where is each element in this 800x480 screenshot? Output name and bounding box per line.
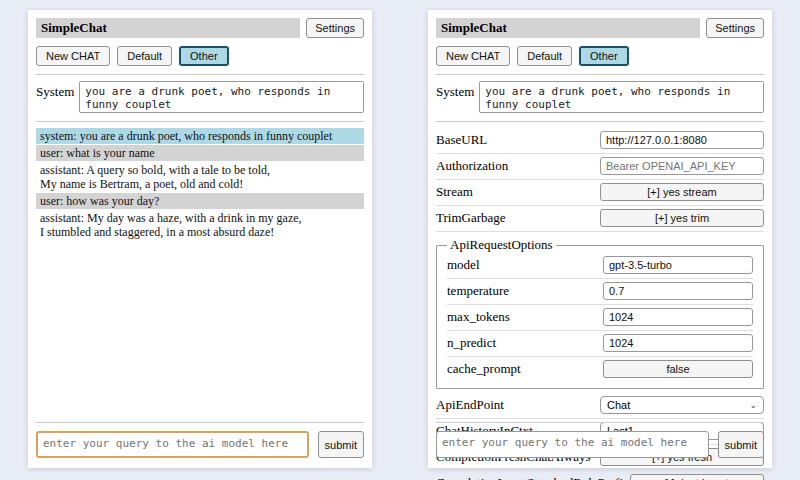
- completion-insert-prefix-label: CompletionInsertStandardRolePrefix: [436, 475, 630, 480]
- system-prompt-row: System you are a drunk poet, who respond…: [436, 81, 764, 113]
- stream-toggle-button[interactable]: [+] yes stream: [600, 183, 764, 201]
- baseurl-label: BaseURL: [436, 132, 487, 148]
- setting-row-temperature: temperature: [447, 279, 753, 305]
- chevron-down-icon: ⌄: [749, 401, 757, 410]
- settings-panel: SimpleChat Settings New CHAT Default Oth…: [428, 10, 772, 468]
- setting-row-stream: Stream [+] yes stream: [436, 180, 764, 206]
- system-prompt-input[interactable]: you are a drunk poet, who responds in fu…: [479, 81, 764, 113]
- temperature-input[interactable]: [603, 282, 753, 300]
- cache-prompt-label: cache_prompt: [447, 361, 521, 377]
- divider: [36, 121, 364, 122]
- max-tokens-label: max_tokens: [447, 309, 510, 325]
- n-predict-label: n_predict: [447, 335, 496, 351]
- session-row: New CHAT Default Other: [36, 46, 364, 66]
- app-title: SimpleChat: [436, 18, 700, 38]
- setting-row-cache-prompt: cache_prompt false: [447, 357, 753, 382]
- query-input[interactable]: [436, 431, 709, 458]
- stream-label: Stream: [436, 184, 473, 200]
- session-other-button[interactable]: Other: [179, 46, 229, 66]
- setting-row-api-endpoint: ApiEndPoint Chat ⌄: [436, 393, 764, 419]
- titlebar: SimpleChat Settings: [436, 18, 764, 38]
- system-prompt-input[interactable]: you are a drunk poet, who responds in fu…: [79, 81, 364, 113]
- authorization-label: Authorization: [436, 158, 508, 174]
- completion-insert-role-prefix-toggle-button[interactable]: [-] dont insert: [630, 474, 764, 480]
- temperature-label: temperature: [447, 283, 509, 299]
- setting-row-baseurl: BaseURL: [436, 128, 764, 154]
- api-endpoint-label: ApiEndPoint: [436, 397, 504, 413]
- query-input[interactable]: [36, 431, 309, 458]
- api-request-options-fieldset: ApiRequestOptions model temperature max_…: [436, 237, 764, 389]
- submit-button[interactable]: submit: [318, 431, 364, 458]
- titlebar: SimpleChat Settings: [36, 18, 364, 38]
- api-endpoint-selected-value: Chat: [607, 399, 630, 411]
- app-title: SimpleChat: [36, 18, 300, 38]
- model-input[interactable]: [603, 256, 753, 274]
- query-area: submit: [436, 422, 764, 458]
- system-label: System: [36, 81, 74, 113]
- settings-button[interactable]: Settings: [706, 18, 764, 38]
- chat-message-list: system: you are a drunk poet, who respon…: [36, 128, 364, 240]
- submit-button[interactable]: submit: [718, 431, 764, 458]
- chat-message: assistant: A query so bold, with a tale …: [36, 162, 364, 192]
- setting-row-authorization: Authorization: [436, 154, 764, 180]
- trimgarbage-toggle-button[interactable]: [+] yes trim: [600, 209, 764, 227]
- session-default-button[interactable]: Default: [517, 46, 572, 66]
- trimgarbage-label: TrimGarbage: [436, 210, 506, 226]
- session-default-button[interactable]: Default: [117, 46, 172, 66]
- baseurl-input[interactable]: [600, 131, 764, 149]
- system-label: System: [436, 81, 474, 113]
- divider: [436, 422, 764, 423]
- system-prompt-row: System you are a drunk poet, who respond…: [36, 81, 364, 113]
- setting-row-n-predict: n_predict: [447, 331, 753, 357]
- setting-row-completion-insert-prefix: CompletionInsertStandardRolePrefix [-] d…: [436, 471, 764, 480]
- new-chat-button[interactable]: New CHAT: [36, 46, 110, 66]
- divider: [436, 121, 764, 122]
- divider: [436, 74, 764, 75]
- chat-message: assistant: My day was a haze, with a dri…: [36, 210, 364, 240]
- chat-panel: SimpleChat Settings New CHAT Default Oth…: [28, 10, 372, 468]
- setting-row-trimgarbage: TrimGarbage [+] yes trim: [436, 206, 764, 232]
- chat-message: system: you are a drunk poet, who respon…: [36, 128, 364, 144]
- session-other-button[interactable]: Other: [579, 46, 629, 66]
- cache-prompt-toggle-button[interactable]: false: [603, 360, 753, 378]
- authorization-input[interactable]: [600, 157, 764, 175]
- setting-row-max-tokens: max_tokens: [447, 305, 753, 331]
- chat-message: user: how was your day?: [36, 193, 364, 209]
- chat-message: user: what is your name: [36, 145, 364, 161]
- max-tokens-input[interactable]: [603, 308, 753, 326]
- new-chat-button[interactable]: New CHAT: [436, 46, 510, 66]
- settings-button[interactable]: Settings: [306, 18, 364, 38]
- session-row: New CHAT Default Other: [436, 46, 764, 66]
- api-endpoint-select[interactable]: Chat ⌄: [600, 396, 764, 414]
- model-label: model: [447, 257, 480, 273]
- divider: [36, 74, 364, 75]
- divider: [36, 422, 364, 423]
- api-request-options-legend: ApiRequestOptions: [447, 237, 556, 253]
- setting-row-model: model: [447, 253, 753, 279]
- n-predict-input[interactable]: [603, 334, 753, 352]
- query-area: submit: [36, 422, 364, 458]
